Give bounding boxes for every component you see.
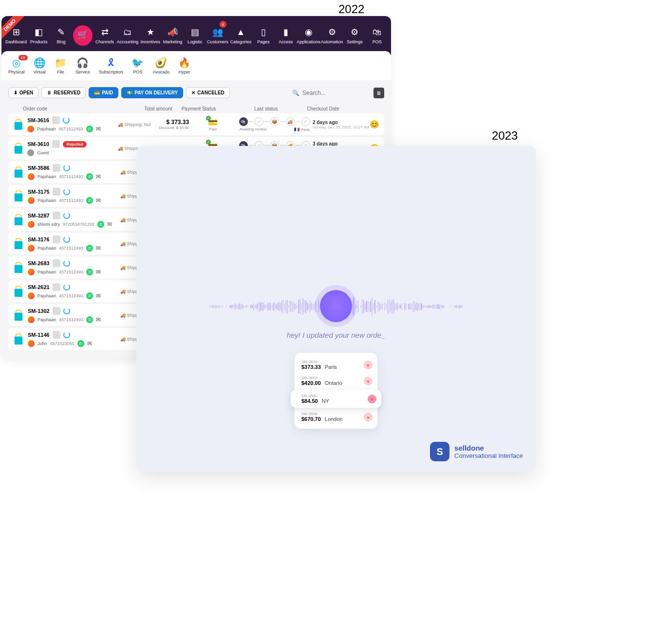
whatsapp-icon[interactable]: ✆ [86, 245, 93, 252]
subnav-hyper[interactable]: 🔥Hyper [178, 57, 190, 74]
col-payment: Payment Status [172, 106, 225, 111]
svg-rect-35 [245, 306, 245, 308]
subnav-subscription[interactable]: 🎗Subscription [99, 57, 123, 74]
brand-logo-icon: S [430, 442, 449, 461]
nav-label: Access [279, 39, 293, 44]
subnav-virtual[interactable]: 🌐Virtual [34, 57, 46, 74]
topnav-customers[interactable]: 👥Customers4 [207, 22, 228, 49]
topnav-settings[interactable]: ⚙Settings [345, 22, 365, 49]
mail-icon[interactable]: ✉ [96, 292, 101, 299]
whatsapp-icon[interactable]: ✆ [86, 316, 93, 323]
svg-rect-73 [299, 300, 299, 313]
incentives-icon: ★ [147, 27, 154, 37]
svg-rect-32 [241, 304, 241, 309]
mail-icon[interactable]: ✉ [96, 197, 101, 204]
svg-rect-77 [304, 301, 304, 312]
svg-rect-1 [15, 145, 22, 153]
svg-rect-68 [291, 302, 292, 311]
svg-rect-154 [413, 301, 413, 312]
subnav-avocado[interactable]: 🥑Avocado [152, 57, 169, 74]
filter-canceled[interactable]: ✕CANCELED [186, 87, 230, 98]
mail-icon[interactable]: ✉ [107, 221, 112, 228]
svg-rect-86 [317, 306, 317, 307]
mini-order-card[interactable]: SM-3540$84.50NY [291, 390, 381, 408]
mini-order-card[interactable]: SM-3538$670.70London [295, 409, 377, 425]
settings-icon: ⚙ [351, 27, 358, 37]
voice-orb[interactable] [320, 290, 352, 322]
col-amount: Total amount [114, 106, 172, 111]
topnav-blog[interactable]: ✎Blog [51, 22, 72, 49]
svg-rect-30 [238, 305, 238, 309]
whatsapp-icon[interactable]: ✆ [86, 126, 93, 132]
filter-open[interactable]: ⬇OPEN [8, 87, 38, 98]
avatar-icon [27, 149, 34, 156]
subnav-file[interactable]: 📁File [55, 57, 67, 74]
svg-rect-188 [461, 305, 461, 308]
topnav-accounting[interactable]: 🗂Accounting [117, 22, 138, 49]
export-button[interactable]: 🗎 [373, 88, 384, 98]
mail-icon[interactable]: ✉ [96, 173, 101, 180]
filter-paid[interactable]: 💳PAID [89, 87, 118, 98]
filter-pay-on-delivery[interactable]: 💵PAY ON DELIVERY [121, 87, 183, 98]
filter-reserved[interactable]: ⏸RESERVED [41, 87, 86, 98]
svg-rect-135 [386, 304, 387, 309]
nav-label: Customers [207, 39, 228, 44]
svg-rect-79 [307, 302, 307, 310]
whatsapp-icon[interactable]: ✆ [86, 269, 93, 275]
search-box[interactable]: 🔍 [292, 90, 361, 96]
search-input[interactable] [302, 90, 361, 96]
subnav-physical[interactable]: ◎Physical19 [8, 57, 25, 74]
whatsapp-icon[interactable]: ✆ [97, 221, 104, 228]
step-icon: ✓ [255, 117, 263, 126]
subnav-pos[interactable]: 🐦POS [131, 57, 144, 74]
topnav-products[interactable]: ◧Products [29, 22, 49, 49]
svg-rect-65 [287, 300, 288, 313]
product-thumb-icon [53, 307, 60, 315]
svg-rect-150 [407, 307, 408, 307]
expand-button[interactable] [364, 361, 373, 369]
order-code: SM-3610Rejected [27, 140, 117, 148]
svg-rect-128 [376, 306, 376, 308]
whatsapp-icon[interactable]: ✆ [77, 340, 84, 347]
filter-label: CANCELED [197, 90, 224, 95]
avatar-icon [28, 173, 35, 180]
topnav-applications[interactable]: ◉Applications [298, 22, 319, 49]
expand-button[interactable] [364, 377, 373, 385]
brand-name: selldone [454, 444, 523, 452]
svg-rect-58 [277, 303, 278, 310]
topnav-pos[interactable]: 🛍POS [367, 22, 387, 49]
topnav-access[interactable]: ▮Access [276, 22, 296, 49]
topnav-marketing[interactable]: 📣Marketing [163, 22, 183, 49]
whatsapp-icon[interactable]: ✆ [86, 197, 93, 204]
mail-icon[interactable]: ✉ [96, 126, 101, 132]
topnav-categories[interactable]: ▲Categories [230, 22, 252, 49]
whatsapp-icon[interactable]: ✆ [86, 173, 93, 180]
svg-rect-43 [256, 305, 257, 309]
topnav-incentives[interactable]: ★Incentives [140, 22, 161, 49]
subnav-service[interactable]: 🎧Service [75, 57, 90, 74]
nav-label: Applications [297, 39, 320, 44]
topnav-automation[interactable]: ⚙Automation [321, 22, 343, 49]
filter-bar: ⬇OPEN⏸RESERVED💳PAID💵PAY ON DELIVERY✕CANC… [8, 87, 384, 98]
svg-rect-158 [418, 304, 419, 310]
topnav-pages[interactable]: ▯Pages [253, 22, 274, 49]
svg-rect-72 [297, 306, 298, 308]
dashboard-icon: ⊞ [13, 27, 20, 37]
expand-button[interactable] [364, 413, 373, 421]
mini-order-card[interactable]: SM-3602$420.00Ontario [295, 373, 377, 389]
mail-icon[interactable]: ✉ [96, 269, 101, 275]
mail-icon[interactable]: ✉ [96, 316, 101, 323]
topnav-orders[interactable]: 🛒Orders [73, 25, 93, 46]
order-main: SM-1146John4571523050✆✉ [28, 331, 120, 347]
topnav-channels[interactable]: ⇄Channels [94, 22, 115, 49]
mail-icon[interactable]: ✉ [87, 340, 92, 347]
mail-icon[interactable]: ✉ [96, 245, 101, 252]
topnav-logistic[interactable]: ▤Logistic [185, 22, 205, 49]
svg-rect-189 [462, 306, 463, 308]
mini-order-card[interactable]: SM-3616$373.33Paris [295, 357, 377, 373]
whatsapp-icon[interactable]: ✆ [86, 292, 93, 299]
order-row[interactable]: SM-3616Pajuhaan4571512493✆✉🚚 Shipping: N… [8, 113, 384, 135]
expand-button[interactable] [368, 395, 376, 403]
categories-icon: ▲ [236, 27, 245, 37]
mini-code: SM-3540 [301, 394, 371, 398]
